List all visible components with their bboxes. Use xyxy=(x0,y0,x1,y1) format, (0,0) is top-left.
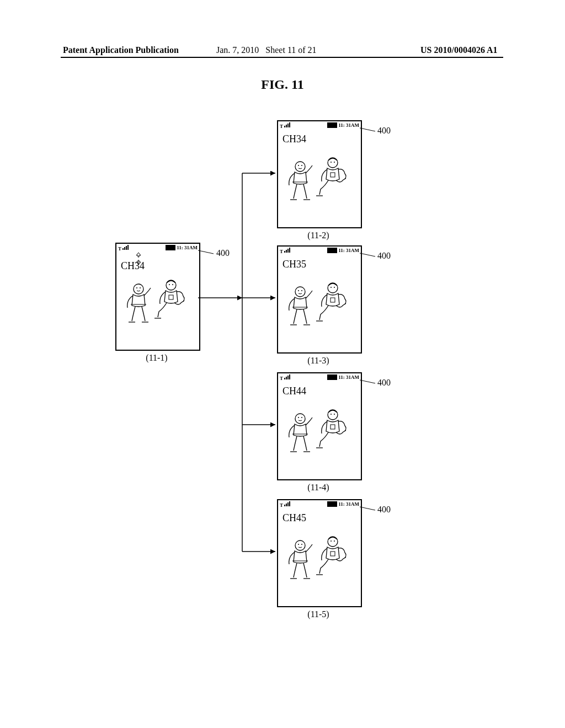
phone-screen-11-2: T 11: 31AM CH34 xyxy=(277,120,362,228)
signal-label: T xyxy=(118,246,121,251)
cartoon-person-b xyxy=(331,431,369,478)
phone-screen-11-1: T 11: 31AM CH34 xyxy=(115,243,200,351)
caption-11-3: (11-3) xyxy=(277,356,360,366)
phone-screen-11-3: T 11: 31AM CH35 xyxy=(277,245,362,354)
status-time: 11: 31AM xyxy=(177,245,198,250)
status-bar: T 11: 31AM xyxy=(280,122,359,131)
phone-screen-11-5: T 11: 31AM CH45 xyxy=(277,499,362,607)
signal-bars-icon xyxy=(284,122,291,128)
header-publication: Patent Application Publication xyxy=(63,45,179,55)
header-rule xyxy=(61,57,503,58)
cartoon-person-a xyxy=(300,561,333,607)
signal-bars-icon xyxy=(284,501,291,507)
status-time: 11: 31AM xyxy=(338,248,359,253)
signal-bars-icon xyxy=(284,374,291,380)
cartoon-person-b xyxy=(331,179,369,226)
caption-11-2: (11-2) xyxy=(277,231,360,240)
header-sheet: Sheet 11 of 21 xyxy=(265,45,316,55)
phone-screen-11-4: T 11: 31AM CH44 xyxy=(277,372,362,480)
cartoon-person-a xyxy=(300,307,333,354)
signal-indicator: T xyxy=(280,122,291,129)
battery-icon xyxy=(166,245,175,250)
ref-400-11-4: 400 xyxy=(377,378,391,388)
signal-label: T xyxy=(280,124,283,129)
svg-line-16 xyxy=(360,128,375,131)
cartoon-person-b xyxy=(331,558,369,604)
cartoon-person-a xyxy=(300,434,333,480)
signal-indicator: T xyxy=(280,374,291,381)
cartoon-person-a xyxy=(300,182,333,228)
signal-indicator: T xyxy=(280,248,291,254)
svg-line-18 xyxy=(360,380,375,383)
ref-400-11-2: 400 xyxy=(377,126,391,136)
status-bar: T 11: 31AM xyxy=(280,248,359,256)
signal-bars-icon xyxy=(284,248,291,253)
signal-indicator: T xyxy=(280,501,291,508)
status-time: 11: 31AM xyxy=(338,501,359,507)
figure-title: FIG. 11 xyxy=(0,77,565,92)
battery-icon xyxy=(327,374,337,380)
signal-indicator: T xyxy=(118,245,129,251)
battery-icon xyxy=(327,248,337,253)
header-date: Jan. 7, 2010 xyxy=(216,45,259,55)
channel-label: CH44 xyxy=(282,386,306,397)
battery-icon xyxy=(327,501,337,507)
status-time: 11: 31AM xyxy=(338,122,359,128)
channel-up-down-icon xyxy=(136,253,142,266)
svg-line-19 xyxy=(360,507,375,510)
header-date-sheet: Jan. 7, 2010 Sheet 11 of 21 xyxy=(216,45,317,55)
header-pubno: US 2010/0004026 A1 xyxy=(420,45,498,55)
ref-400-11-3: 400 xyxy=(377,251,391,261)
caption-11-4: (11-4) xyxy=(277,483,360,493)
battery-icon xyxy=(327,122,337,128)
signal-bars-icon xyxy=(122,245,129,250)
ref-400-11-5: 400 xyxy=(377,505,391,515)
status-bar: T 11: 31AM xyxy=(280,374,359,383)
flow-connector xyxy=(198,154,281,579)
caption-11-5: (11-5) xyxy=(277,609,360,619)
status-time: 11: 31AM xyxy=(338,374,359,380)
channel-label: CH34 xyxy=(282,133,306,145)
status-bar: T 11: 31AM xyxy=(118,245,198,254)
caption-11-1: (11-1) xyxy=(115,353,198,363)
channel-label: CH34 xyxy=(121,260,145,272)
svg-line-17 xyxy=(360,253,375,256)
channel-label: CH45 xyxy=(282,512,306,524)
cartoon-person-b xyxy=(331,304,369,351)
status-bar: T 11: 31AM xyxy=(280,501,359,510)
channel-label: CH35 xyxy=(282,259,306,270)
cartoon-person-a xyxy=(138,304,172,351)
